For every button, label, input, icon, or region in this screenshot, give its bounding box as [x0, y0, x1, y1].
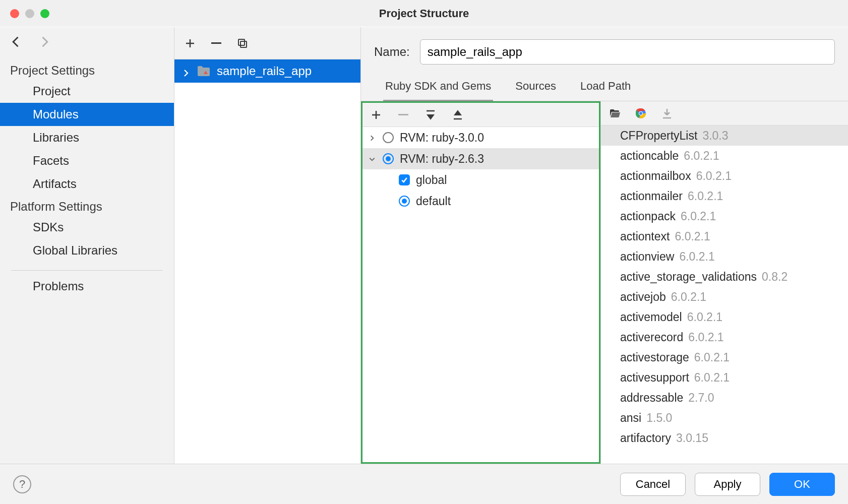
project-settings-heading: Project Settings — [0, 59, 174, 80]
sidebar-item-libraries[interactable]: Libraries — [0, 126, 174, 149]
dialog-footer: ? Cancel Apply OK — [0, 464, 848, 504]
open-folder-button[interactable] — [608, 107, 621, 120]
gem-version: 6.0.2.1 — [688, 190, 723, 203]
sidebar-item-artifacts[interactable]: Artifacts — [0, 172, 174, 196]
titlebar: Project Structure — [0, 0, 848, 27]
remove-module-button[interactable] — [210, 37, 223, 50]
sidebar-item-facets[interactable]: Facets — [0, 149, 174, 172]
sidebar-item-problems[interactable]: Problems — [0, 275, 174, 298]
gem-version: 6.0.2.1 — [671, 290, 706, 304]
gems-list[interactable]: CFPropertyList3.0.3actioncable6.0.2.1act… — [601, 125, 848, 464]
gem-row[interactable]: activestorage6.0.2.1 — [601, 347, 848, 367]
platform-settings-heading: Platform Settings — [0, 196, 174, 216]
gem-version: 6.0.2.1 — [675, 230, 710, 243]
close-window-button[interactable] — [10, 9, 19, 18]
tab-load-path[interactable]: Load Path — [578, 75, 633, 101]
sidebar-item-sdks[interactable]: SDKs — [0, 216, 174, 239]
gem-version: 6.0.2.1 — [679, 250, 714, 264]
svg-rect-0 — [240, 41, 247, 47]
nav-history — [0, 27, 174, 59]
sidebar-item-modules[interactable]: Modules — [0, 103, 174, 126]
gem-version: 6.0.2.1 — [694, 371, 730, 385]
gemset-checkbox[interactable] — [399, 174, 410, 185]
gem-name: actionmailbox — [620, 169, 691, 183]
gem-row[interactable]: activejob6.0.2.1 — [601, 287, 848, 307]
sdk-toolbar — [362, 103, 599, 127]
gem-version: 6.0.2.1 — [688, 331, 723, 344]
copy-module-button[interactable] — [236, 37, 249, 50]
zoom-window-button[interactable] — [40, 9, 49, 18]
name-row: Name: — [361, 27, 848, 70]
gem-row[interactable]: activesupport6.0.2.1 — [601, 367, 848, 388]
gem-version: 3.0.3 — [702, 129, 728, 143]
minimize-window-button[interactable] — [25, 9, 34, 18]
gems-toolbar — [601, 101, 848, 125]
folder-icon — [197, 65, 211, 77]
sidebar-item-global-libraries[interactable]: Global Libraries — [0, 239, 174, 262]
chevron-right-icon — [181, 67, 191, 76]
gem-row[interactable]: active_storage_validations0.8.2 — [601, 267, 848, 287]
module-name-input[interactable] — [420, 39, 835, 65]
sdk-label: RVM: ruby-3.0.0 — [400, 131, 484, 145]
traffic-lights — [10, 9, 49, 18]
expand-all-button[interactable] — [424, 108, 437, 121]
forward-button[interactable] — [37, 35, 51, 52]
gem-name: activestorage — [620, 351, 689, 364]
gem-row[interactable]: actiontext6.0.2.1 — [601, 226, 848, 246]
gem-name: CFPropertyList — [620, 129, 697, 143]
gem-name: activemodel — [620, 310, 682, 324]
gem-row[interactable]: addressable2.7.0 — [601, 388, 848, 408]
modules-toolbar — [174, 27, 360, 59]
download-button[interactable] — [660, 107, 674, 120]
gem-version: 6.0.2.1 — [684, 149, 719, 163]
gem-version: 1.5.0 — [646, 411, 672, 425]
ok-button[interactable]: OK — [769, 473, 835, 496]
sidebar-divider — [11, 270, 163, 271]
gem-version: 2.7.0 — [688, 391, 714, 405]
gem-version: 6.0.2.1 — [694, 351, 730, 364]
gemset-item-global[interactable]: global — [362, 169, 599, 191]
chrome-icon[interactable] — [634, 107, 647, 120]
settings-sidebar: Project Settings Project Modules Librari… — [0, 27, 174, 464]
back-button[interactable] — [9, 35, 23, 52]
gemset-radio[interactable] — [399, 196, 410, 207]
gem-row[interactable]: CFPropertyList3.0.3 — [601, 125, 848, 146]
gem-row[interactable]: artifactory3.0.15 — [601, 428, 848, 448]
add-sdk-button[interactable] — [370, 108, 383, 121]
chevron-down-icon — [368, 152, 377, 166]
remove-sdk-button[interactable] — [397, 108, 410, 121]
sdk-item-ruby-3-0-0[interactable]: RVM: ruby-3.0.0 — [362, 127, 599, 148]
tab-ruby-sdk-and-gems[interactable]: Ruby SDK and Gems — [383, 75, 493, 101]
module-item-sample-rails-app[interactable]: sample_rails_app — [174, 59, 360, 83]
gem-row[interactable]: actionview6.0.2.1 — [601, 246, 848, 267]
svg-point-6 — [639, 112, 642, 115]
gem-version: 6.0.2.1 — [681, 210, 716, 223]
sdk-tree[interactable]: RVM: ruby-3.0.0 RVM: ruby-2.6.3 — [362, 127, 599, 462]
module-detail-panel: Name: Ruby SDK and Gems Sources Load Pat… — [361, 27, 848, 464]
gems-panel: CFPropertyList3.0.3actioncable6.0.2.1act… — [600, 101, 848, 464]
sdk-radio[interactable] — [383, 132, 394, 143]
sidebar-item-project[interactable]: Project — [0, 80, 174, 103]
tab-sources[interactable]: Sources — [513, 75, 558, 101]
module-name: sample_rails_app — [217, 64, 312, 78]
gem-row[interactable]: activemodel6.0.2.1 — [601, 307, 848, 327]
apply-button[interactable]: Apply — [695, 473, 760, 496]
sdk-item-ruby-2-6-3[interactable]: RVM: ruby-2.6.3 — [362, 148, 599, 169]
collapse-all-button[interactable] — [451, 108, 464, 121]
help-button[interactable]: ? — [13, 475, 31, 493]
gem-row[interactable]: ansi1.5.0 — [601, 408, 848, 428]
gem-row[interactable]: actionpack6.0.2.1 — [601, 206, 848, 226]
gem-row[interactable]: actionmailbox6.0.2.1 — [601, 166, 848, 186]
modules-tree[interactable]: sample_rails_app — [174, 59, 360, 464]
gem-name: addressable — [620, 391, 683, 405]
add-module-button[interactable] — [184, 37, 197, 50]
gem-row[interactable]: activerecord6.0.2.1 — [601, 327, 848, 347]
sdk-radio[interactable] — [383, 153, 394, 164]
cancel-button[interactable]: Cancel — [620, 473, 686, 496]
sdk-panel: RVM: ruby-3.0.0 RVM: ruby-2.6.3 — [361, 101, 600, 464]
gem-row[interactable]: actionmailer6.0.2.1 — [601, 186, 848, 206]
gem-name: actioncable — [620, 149, 679, 163]
gem-version: 6.0.2.1 — [687, 310, 722, 324]
gem-row[interactable]: actioncable6.0.2.1 — [601, 146, 848, 166]
gemset-item-default[interactable]: default — [362, 191, 599, 212]
